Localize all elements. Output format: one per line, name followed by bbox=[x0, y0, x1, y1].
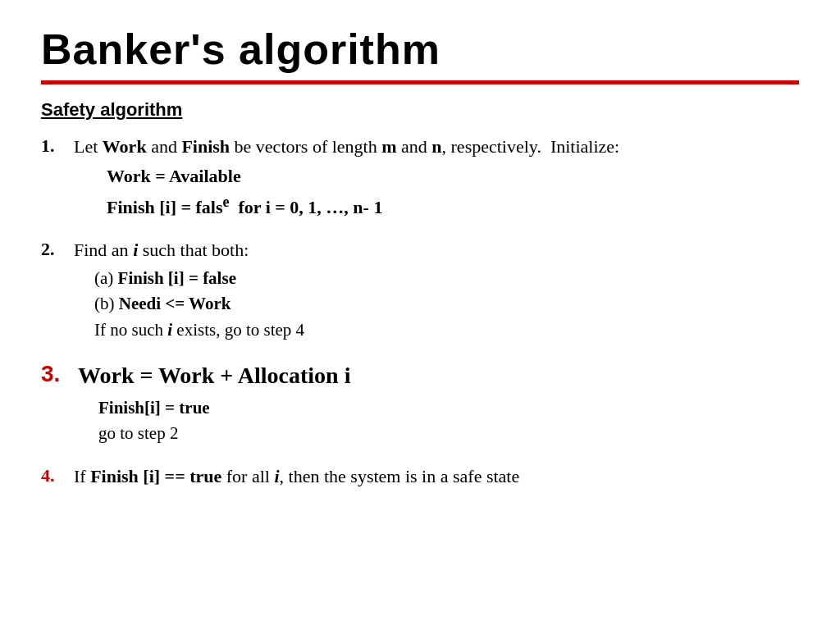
step-2-text: Find an i such that both: bbox=[74, 237, 799, 263]
step-4-text: If Finish [i] == true for all i, then th… bbox=[74, 463, 799, 490]
step-2-no-i: If no such i exists, go to step 4 bbox=[94, 317, 799, 342]
step-2-indent: (a) Finish [i] = false (b) Needi <= Work… bbox=[74, 266, 799, 342]
step-2a: (a) Finish [i] = false bbox=[94, 266, 799, 290]
step-2-number: 2. bbox=[41, 237, 74, 260]
step-2-content: Find an i such that both: (a) Finish [i]… bbox=[74, 237, 799, 343]
step-2b: (b) Needi <= Work bbox=[94, 291, 799, 316]
step-1-indent: Work = Available Finish [i] = false for … bbox=[74, 163, 799, 221]
step-3: 3. Work = Work + Allocation i Finish[i] … bbox=[41, 359, 799, 446]
step-3-number: 3. bbox=[41, 359, 78, 387]
step-1: 1. Let Work and Finish be vectors of len… bbox=[41, 134, 799, 222]
step-3-text: Work = Work + Allocation i bbox=[78, 359, 799, 393]
page: Banker's algorithm Safety algorithm 1. L… bbox=[0, 0, 840, 630]
section-title: Safety algorithm bbox=[41, 99, 799, 121]
step-1-number: 1. bbox=[41, 134, 74, 157]
step-3-goto2: go to step 2 bbox=[98, 421, 799, 445]
main-title: Banker's algorithm bbox=[41, 25, 799, 74]
red-divider bbox=[41, 80, 799, 84]
step-3-finish-true: Finish[i] = true bbox=[98, 395, 799, 420]
step-3-indent: Finish[i] = true go to step 2 bbox=[78, 395, 799, 446]
step-1-content: Let Work and Finish be vectors of length… bbox=[74, 134, 799, 222]
step-1-finish-false: Finish [i] = false for i = 0, 1, …, n- 1 bbox=[107, 191, 799, 221]
step-4-number: 4. bbox=[41, 463, 74, 486]
step-4: 4. If Finish [i] == true for all i, then… bbox=[41, 463, 799, 490]
step-1-work-available: Work = Available bbox=[107, 163, 799, 189]
steps-list: 1. Let Work and Finish be vectors of len… bbox=[41, 134, 799, 490]
step-2: 2. Find an i such that both: (a) Finish … bbox=[41, 237, 799, 343]
step-3-content: Work = Work + Allocation i Finish[i] = t… bbox=[78, 359, 799, 446]
step-1-text: Let Work and Finish be vectors of length… bbox=[74, 134, 799, 160]
step-4-content: If Finish [i] == true for all i, then th… bbox=[74, 463, 799, 490]
